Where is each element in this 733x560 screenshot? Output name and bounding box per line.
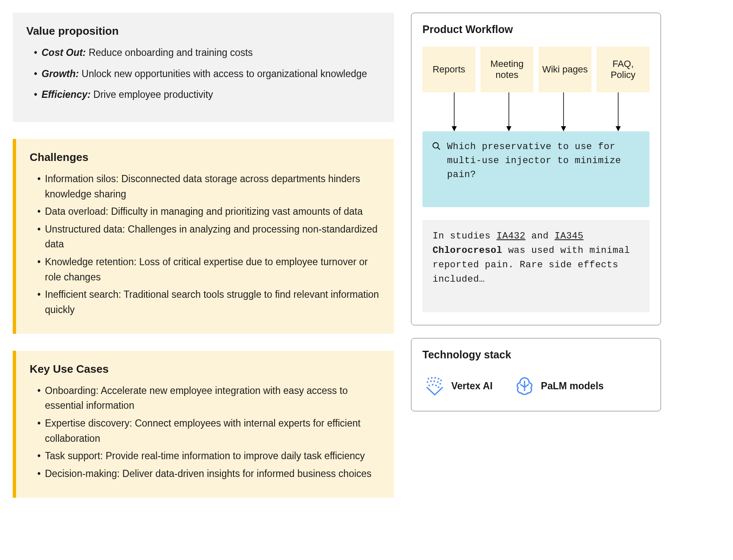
answer-link-ia345[interactable]: IA345 [555, 231, 584, 241]
svg-point-15 [427, 381, 428, 383]
list-item: Expertise discovery: Connect employees w… [37, 416, 380, 446]
item-text: Drive employee productivity [91, 89, 213, 100]
source-reports: Reports [422, 47, 475, 92]
list-item: Cost Out: Reduce onboarding and training… [34, 45, 380, 61]
tech-row: Vertex AI PaLM models [422, 372, 650, 398]
use-cases-title: Key Use Cases [30, 363, 380, 376]
item-label: Efficiency: [42, 89, 91, 100]
list-item: Knowledge retention: Loss of critical ex… [37, 255, 380, 285]
arrow-down-icon [615, 92, 621, 131]
svg-point-17 [433, 380, 435, 382]
list-item: Information silos: Disconnected data sto… [37, 172, 380, 202]
svg-point-22 [435, 385, 437, 386]
svg-point-19 [439, 383, 441, 385]
tech-label: PaLM models [541, 380, 604, 392]
list-item: Inefficient search: Traditional search t… [37, 287, 380, 317]
value-proposition-card: Value proposition Cost Out: Reduce onboa… [13, 13, 394, 122]
list-item: Task support: Provide real-time informat… [37, 449, 380, 464]
item-text: Unlock new opportunities with access to … [79, 68, 367, 79]
source-wiki-pages: Wiki pages [539, 47, 591, 92]
svg-marker-5 [561, 126, 566, 131]
arrow-row [422, 92, 650, 131]
product-workflow-panel: Product Workflow Reports Meeting notes W… [411, 13, 661, 325]
item-label: Cost Out: [42, 47, 86, 58]
answer-text: and [525, 231, 555, 241]
palm-models-icon [514, 375, 535, 396]
svg-point-8 [433, 143, 439, 148]
technology-stack-title: Technology stack [422, 349, 650, 361]
technology-stack-panel: Technology stack Vertex AI [411, 338, 661, 411]
source-faq-policy: FAQ, Policy [597, 47, 650, 92]
svg-point-10 [428, 378, 429, 380]
product-workflow-title: Product Workflow [422, 23, 650, 36]
svg-marker-7 [616, 126, 621, 131]
svg-point-11 [431, 377, 433, 379]
vertex-ai-icon [424, 375, 445, 396]
source-meeting-notes: Meeting notes [480, 47, 533, 92]
list-item: Decision-making: Deliver data-driven ins… [37, 466, 380, 482]
list-item: Efficiency: Drive employee productivity [34, 87, 380, 103]
answer-link-ia432[interactable]: IA432 [497, 231, 526, 241]
svg-point-14 [440, 380, 442, 381]
item-text: Reduce onboarding and training costs [86, 47, 253, 58]
use-cases-list: Onboarding: Accelerate new employee inte… [30, 383, 380, 482]
svg-point-21 [432, 384, 433, 385]
query-box: Which preservative to use for multi-use … [422, 131, 650, 207]
answer-box: In studies IA432 and IA345 Chlorocresol … [422, 220, 650, 312]
list-item: Growth: Unlock new opportunities with ac… [34, 67, 380, 82]
list-item: Data overload: Difficulty in managing an… [37, 204, 380, 219]
query-text: Which preservative to use for multi-use … [447, 140, 640, 182]
item-label: Growth: [42, 68, 79, 79]
challenges-list: Information silos: Disconnected data sto… [30, 172, 380, 318]
svg-point-20 [428, 385, 430, 386]
tech-item-palm-models: PaLM models [514, 375, 604, 396]
svg-point-18 [437, 381, 439, 383]
arrow-down-icon [451, 92, 457, 131]
challenges-title: Challenges [30, 151, 380, 164]
tech-label: Vertex AI [451, 380, 493, 392]
svg-point-12 [434, 377, 436, 379]
svg-line-9 [438, 147, 440, 150]
svg-marker-1 [452, 126, 457, 131]
arrow-down-icon [506, 92, 512, 131]
svg-point-13 [438, 378, 439, 380]
list-item: Onboarding: Accelerate new employee inte… [37, 383, 380, 413]
list-item: Unstructured data: Challenges in analyzi… [37, 222, 380, 252]
challenges-card: Challenges Information silos: Disconnect… [13, 139, 394, 334]
source-row: Reports Meeting notes Wiki pages FAQ, Po… [422, 47, 650, 92]
value-proposition-title: Value proposition [26, 25, 380, 38]
answer-bold: Chlorocresol [433, 245, 502, 256]
svg-marker-3 [506, 126, 511, 131]
value-proposition-list: Cost Out: Reduce onboarding and training… [26, 45, 380, 103]
arrow-down-icon [561, 92, 566, 131]
svg-point-23 [438, 386, 439, 388]
use-cases-card: Key Use Cases Onboarding: Accelerate new… [13, 351, 394, 498]
search-icon [432, 141, 441, 151]
answer-text: In studies [433, 231, 497, 241]
tech-item-vertex-ai: Vertex AI [424, 375, 493, 396]
svg-point-16 [430, 380, 432, 382]
